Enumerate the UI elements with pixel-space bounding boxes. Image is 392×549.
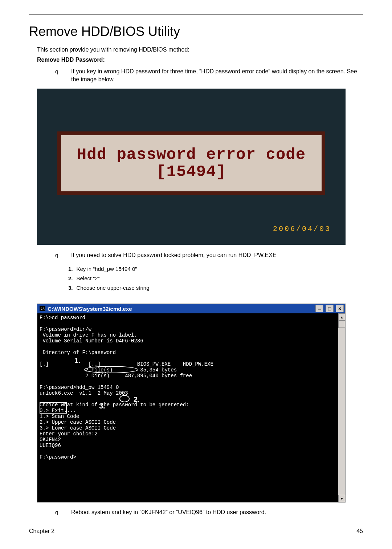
step-text-1: Key in “hdd_pw 15494 0” bbox=[77, 264, 137, 274]
top-rule bbox=[29, 15, 363, 15]
step-text-2: Select “2” bbox=[77, 274, 100, 283]
subhead: Remove HDD Password: bbox=[37, 57, 363, 63]
photo-date: 2006/04/03 bbox=[273, 225, 331, 233]
cmd-titlebar: c\ C:\WINDOWS\system32\cmd.exe ‒ □ × bbox=[37, 304, 345, 313]
page-title: Remove HDD/BIOS Utility bbox=[29, 24, 363, 39]
annotation-1: 1. bbox=[74, 358, 81, 363]
step-text-3: Choose one upper-case string bbox=[77, 283, 150, 293]
scroll-down-icon[interactable]: ▾ bbox=[338, 495, 345, 502]
annotation-3: 3. bbox=[99, 403, 105, 409]
scrollbar[interactable]: ▴ ▾ bbox=[338, 313, 345, 502]
error-band: Hdd password error code [15494] bbox=[57, 131, 325, 195]
footer-chapter: Chapter 2 bbox=[29, 528, 54, 534]
error-line1: Hdd password error code bbox=[77, 146, 306, 163]
cmd-console: F:\>cd password F:\password>dir/w Volume… bbox=[37, 313, 338, 502]
bullet-1: q If you key in wrong HDD password for t… bbox=[55, 68, 363, 84]
figure-hdd-error: Hdd password error code [15494] 2006/04/… bbox=[37, 89, 346, 245]
bullet-marker: q bbox=[55, 508, 59, 516]
footer-page-number: 45 bbox=[356, 528, 363, 534]
cmd-icon: c\ bbox=[40, 306, 45, 311]
oval-annot-1 bbox=[84, 366, 138, 373]
step-num-2: 2. bbox=[68, 274, 73, 283]
step-num-1: 1. bbox=[68, 264, 73, 274]
bullet-marker: q bbox=[55, 251, 59, 259]
error-line2: [15494] bbox=[156, 163, 226, 180]
scroll-thumb[interactable] bbox=[338, 321, 345, 328]
figure-cmd-window: c\ C:\WINDOWS\system32\cmd.exe ‒ □ × F:\… bbox=[37, 304, 346, 503]
annotation-2: 2. bbox=[134, 396, 140, 402]
page-footer: Chapter 2 45 bbox=[29, 524, 363, 534]
bullet-text: Reboot system and key in “0KJFN42” or “U… bbox=[71, 508, 363, 516]
bullet-text: If you need to solve HDD password locked… bbox=[71, 251, 363, 259]
bullet-text: If you key in wrong HDD password for thr… bbox=[71, 68, 363, 84]
box-annot-3 bbox=[40, 402, 67, 414]
maximize-button[interactable]: □ bbox=[326, 305, 334, 312]
bullet-3: q Reboot system and key in “0KJFN42” or … bbox=[55, 508, 363, 516]
bullet-2: q If you need to solve HDD password lock… bbox=[55, 251, 363, 259]
footer-rule bbox=[29, 524, 363, 524]
minimize-button[interactable]: ‒ bbox=[315, 305, 323, 312]
intro-text: This section provide you with removing H… bbox=[37, 46, 363, 53]
bullet-marker: q bbox=[55, 68, 59, 75]
oval-annot-2 bbox=[119, 395, 130, 402]
close-button[interactable]: × bbox=[336, 305, 344, 312]
cmd-title: C:\WINDOWS\system32\cmd.exe bbox=[48, 306, 132, 312]
steps-list: 1.Key in “hdd_pw 15494 0” 2.Select “2” 3… bbox=[68, 264, 363, 293]
step-num-3: 3. bbox=[68, 283, 73, 293]
cmd-output: F:\>cd password F:\password>dir/w Volume… bbox=[40, 315, 213, 460]
scroll-up-icon[interactable]: ▴ bbox=[338, 313, 345, 321]
